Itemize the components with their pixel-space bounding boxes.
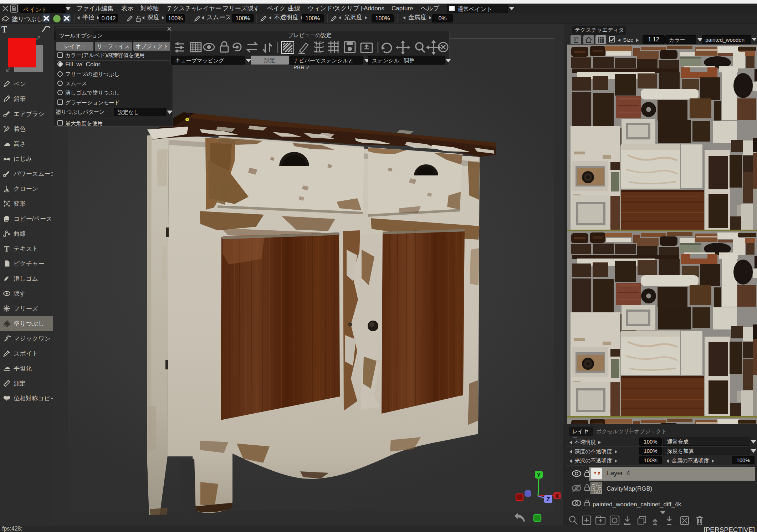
svg-text:Z: Z xyxy=(546,496,550,503)
svg-text:Y: Y xyxy=(537,472,541,479)
svg-text:X: X xyxy=(555,493,559,499)
